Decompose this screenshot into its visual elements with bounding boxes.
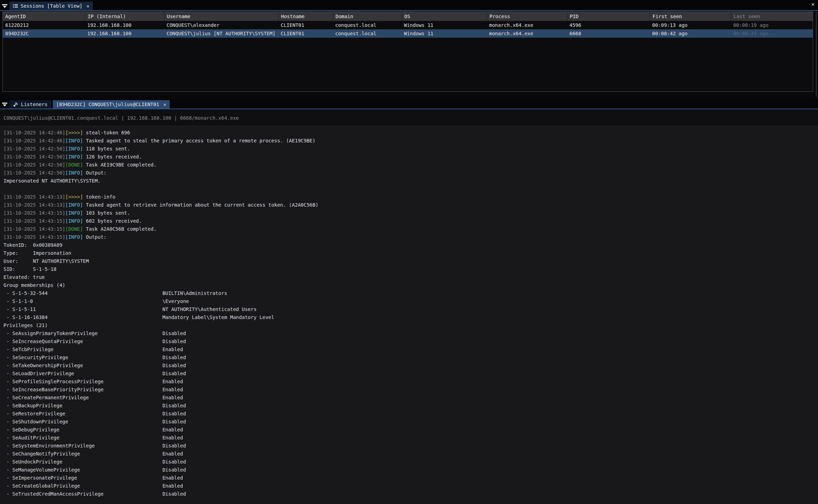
session-cell: CLIENT01	[278, 29, 333, 38]
console-line: TokenID: 0x00389A09	[3, 241, 818, 249]
console-line: - S-1-1-0 \Everyone	[3, 297, 818, 305]
session-cell: 6122D212	[3, 21, 85, 29]
console-line: SID: S-1-5-18	[3, 265, 818, 273]
console-line: - SeBackupPrivilege Disabled	[3, 402, 818, 410]
console-line: [31-10-2025 14:42:46][INFO] Tasked agent…	[3, 137, 818, 145]
console-line: [31-10-2025 14:42:50][INFO] 126 bytes re…	[3, 153, 818, 161]
console-line: [31-10-2025 14:43:15][DONE] Task A2A0C56…	[3, 225, 818, 233]
console-line: - S-1-5-11 NT AUTHORITY\Authenticated Us…	[3, 305, 818, 313]
filter-button[interactable]	[0, 101, 9, 109]
tab-label: Sessions [Table View]	[21, 3, 82, 9]
console-line: Privileges (21)	[3, 321, 818, 329]
column-header[interactable]: Username	[164, 12, 278, 21]
console-line: [31-10-2025 14:42:46][>>>>] steal-token …	[3, 129, 818, 137]
broadcast-icon	[13, 102, 18, 107]
filter-icon	[2, 4, 7, 8]
session-cell: 4596	[567, 21, 650, 29]
session-cell: 00:00:19 ago	[731, 21, 813, 29]
column-header[interactable]: Hostname	[278, 12, 333, 21]
console-line: - SeShutdownPrivilege Disabled	[3, 418, 818, 426]
filter-button[interactable]	[0, 2, 9, 10]
console-line: - SeAssignPrimaryTokenPrivilege Disabled	[3, 329, 818, 338]
console-line: - SeRestorePrivilege Disabled	[3, 410, 818, 418]
console-line: - SeChangeNotifyPrivilege Enabled	[3, 450, 818, 458]
session-cell: conquest.local	[333, 21, 401, 29]
session-cell: conquest.local	[333, 29, 401, 38]
console-line: Group memberships (4)	[3, 281, 818, 289]
tab-sessions-table-view[interactable]: Sessions [Table View] ✕	[9, 2, 93, 10]
session-cell: monarch.x64.exe	[487, 21, 567, 29]
panel-close-icon[interactable]: ✕	[811, 1, 815, 7]
session-cell: Windows 11	[401, 21, 487, 29]
console-line	[3, 185, 818, 193]
column-header[interactable]: Last seen	[731, 12, 813, 21]
session-cell: Windows 11	[401, 29, 487, 38]
column-header[interactable]: IP (Internal)	[85, 12, 164, 21]
session-cell: CONQUEST\alexander	[164, 21, 278, 29]
console-line: - SeLoadDriverPrivilege Disabled	[3, 370, 818, 378]
console-line: - SeProfileSingleProcessPrivilege Enable…	[3, 378, 818, 386]
column-header[interactable]: AgentID	[3, 12, 85, 21]
console-line: [31-10-2025 14:43:15][INFO] 103 bytes se…	[3, 209, 818, 217]
session-cell: 192.168.168.100	[85, 21, 164, 29]
console-output[interactable]: [31-10-2025 14:42:46][>>>>] steal-token …	[0, 126, 818, 504]
agent-info-header: CONQUEST\julius@CLIENT01.conquest.local …	[0, 109, 818, 126]
console-line: - SeCreatePermanentPrivilege Enabled	[3, 394, 818, 402]
sessions-tabbar: Sessions [Table View] ✕ ✕	[0, 0, 818, 10]
console-line: [31-10-2025 14:42:50][INFO] Output:	[3, 169, 818, 177]
tab-agent-session[interactable]: [894D232C] CONQUEST\julius@CLIENT01 ✕	[53, 100, 170, 109]
session-cell: 192.168.168.100	[85, 29, 164, 38]
tab-label: [894D232C] CONQUEST\julius@CLIENT01	[56, 102, 159, 107]
console-line: - SeSecurityPrivilege Disabled	[3, 354, 818, 362]
session-cell: CLIENT01	[278, 21, 333, 29]
close-icon[interactable]: ✕	[162, 102, 166, 107]
console-line: Impersonated NT AUTHORITY\SYSTEM.	[3, 177, 818, 185]
console-line: [31-10-2025 14:42:50][INFO] 118 bytes se…	[3, 145, 818, 153]
console-line: [31-10-2025 14:43:13][INFO] Tasked agent…	[3, 201, 818, 209]
console-line: - SeIncreaseQuotaPrivilege Disabled	[3, 338, 818, 346]
column-header[interactable]: First seen	[650, 12, 731, 21]
sessions-accent-line	[0, 10, 818, 11]
console-line: [31-10-2025 14:42:50][DONE] Task AE19C9B…	[3, 161, 818, 169]
console-line: - SeAuditPrivilege Enabled	[3, 434, 818, 442]
console-line: - SeCreateGlobalPrivilege Enabled	[3, 482, 818, 490]
column-header[interactable]: OS	[401, 12, 487, 21]
sessions-table-body: 6122D212192.168.168.100CONQUEST\alexande…	[3, 21, 813, 38]
console-line: - SeManageVolumePrivilege Disabled	[3, 466, 818, 474]
console-line: - SeTrustedCredManAccessPrivilege Disabl…	[3, 490, 818, 498]
console-line: Type: Impersonation	[3, 249, 818, 257]
console-line: - SeTakeOwnershipPrivilege Disabled	[3, 362, 818, 370]
column-header[interactable]: Process	[487, 12, 567, 21]
console-line: Elevated: true	[3, 273, 818, 281]
sessions-table: AgentIDIP (Internal)UsernameHostnameDoma…	[2, 12, 813, 92]
sessions-table-header: AgentIDIP (Internal)UsernameHostnameDoma…	[3, 12, 813, 21]
console-line: - SeIncreaseBasePriorityPrivilege Enable…	[3, 386, 818, 394]
console-line: User: NT AUTHORITY\SYSTEM	[3, 257, 818, 265]
console-line: [31-10-2025 14:43:15][INFO] Output:	[3, 233, 818, 241]
console-line: - SeUndockPrivilege Disabled	[3, 458, 818, 466]
session-cell: 894D232C	[3, 29, 85, 38]
session-row[interactable]: 6122D212192.168.168.100CONQUEST\alexande…	[3, 21, 813, 29]
console-line: - SeTcbPrivilege Enabled	[3, 346, 818, 354]
console-line: [31-10-2025 14:43:13][>>>>] token-info	[3, 193, 818, 201]
console-line: - S-1-5-32-544 BUILTIN\Administrators	[3, 289, 818, 297]
table-scrollbar[interactable]	[816, 12, 817, 97]
session-cell: 6668	[567, 29, 650, 38]
console-line: - S-1-16-16384 Mandatory Label\System Ma…	[3, 313, 818, 321]
tab-listeners[interactable]: Listeners	[9, 100, 51, 109]
console-line: - SeImpersonatePrivilege Enabled	[3, 474, 818, 482]
console-line: - SeSystemEnvironmentPrivilege Disabled	[3, 442, 818, 450]
column-header[interactable]: Domain	[333, 12, 401, 21]
session-cell: monarch.x64.exe	[487, 29, 567, 38]
console-tabbar: Listeners [894D232C] CONQUEST\julius@CLI…	[0, 99, 818, 109]
filter-icon	[2, 103, 7, 107]
close-icon[interactable]: ✕	[85, 3, 89, 9]
column-header[interactable]: PID	[567, 12, 650, 21]
list-icon	[13, 4, 18, 8]
session-cell: 00:09:13 ago	[650, 21, 731, 29]
tab-label: Listeners	[21, 102, 47, 107]
session-cell: 00:08:42 ago	[650, 29, 731, 38]
session-row[interactable]: 894D232C192.168.168.100CONQUEST\julius […	[3, 29, 813, 38]
console-line: - SeDebugPrivilege Enabled	[3, 426, 818, 434]
session-cell: CONQUEST\julius [NT AUTHORITY\SYSTEM]	[164, 29, 278, 38]
